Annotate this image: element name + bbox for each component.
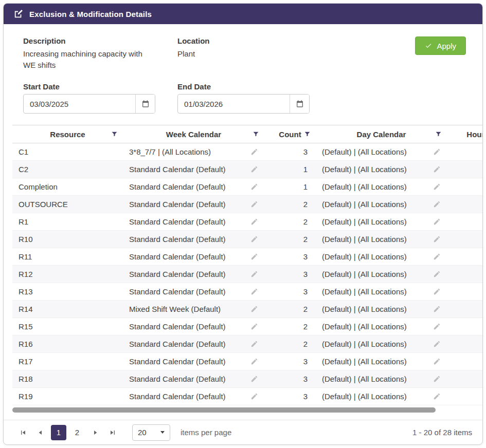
page-button-2[interactable]: 2 bbox=[69, 425, 85, 440]
hours-cell bbox=[447, 318, 482, 335]
table-row: R15 Standard Calendar (Default) 2 (Defau… bbox=[12, 318, 482, 335]
day-calendar-value: (Default) | (All Locations) bbox=[322, 322, 407, 331]
column-header-label: Resource bbox=[50, 130, 85, 139]
edit-week-calendar-icon[interactable] bbox=[246, 183, 258, 191]
edit-day-calendar-icon[interactable] bbox=[429, 323, 441, 330]
count-cell: 2 bbox=[264, 335, 316, 352]
location-value: Plant bbox=[177, 48, 332, 60]
count-cell: 3 bbox=[264, 143, 316, 160]
week-calendar-value: Standard Calendar (Default) bbox=[129, 287, 226, 296]
filter-icon[interactable] bbox=[111, 131, 118, 138]
edit-week-calendar-icon[interactable] bbox=[246, 358, 258, 365]
edit-week-calendar-icon[interactable] bbox=[246, 218, 258, 226]
first-page-button[interactable] bbox=[16, 425, 30, 440]
column-header-week-calendar[interactable]: Week Calendar bbox=[123, 125, 264, 143]
edit-day-calendar-icon[interactable] bbox=[429, 288, 441, 295]
day-calendar-value: (Default) | (All Locations) bbox=[322, 270, 407, 278]
table-row: R14 Mixed Shift Week (Default) 2 (Defaul… bbox=[12, 301, 482, 318]
table-row: C2 Standard Calendar (Default) 1 (Defaul… bbox=[12, 161, 482, 178]
day-calendar-value: (Default) | (All Locations) bbox=[322, 252, 407, 261]
week-calendar-value: Mixed Shift Week (Default) bbox=[129, 305, 221, 313]
start-date-calendar-icon[interactable] bbox=[135, 95, 155, 113]
column-header-label: Week Calendar bbox=[166, 130, 221, 139]
edit-day-calendar-icon[interactable] bbox=[429, 183, 441, 191]
edit-day-calendar-icon[interactable] bbox=[429, 148, 441, 156]
edit-week-calendar-icon[interactable] bbox=[246, 270, 258, 278]
hours-cell bbox=[447, 266, 482, 283]
grid-header-row: Resource Week Calendar Count bbox=[12, 125, 482, 143]
edit-week-calendar-icon[interactable] bbox=[246, 323, 258, 330]
edit-week-calendar-icon[interactable] bbox=[246, 165, 258, 173]
end-date-input[interactable] bbox=[178, 95, 290, 113]
edit-day-calendar-icon[interactable] bbox=[429, 218, 441, 226]
week-calendar-value: Standard Calendar (Default) bbox=[129, 235, 226, 244]
edit-day-calendar-icon[interactable] bbox=[429, 165, 441, 173]
resource-cell: R16 bbox=[12, 335, 123, 352]
column-header-count[interactable]: Count bbox=[264, 125, 316, 143]
table-row: R18 Standard Calendar (Default) 3 (Defau… bbox=[12, 370, 482, 388]
edit-week-calendar-icon[interactable] bbox=[246, 235, 258, 243]
week-calendar-cell: Standard Calendar (Default) bbox=[123, 283, 264, 300]
next-page-button[interactable] bbox=[88, 425, 102, 440]
edit-week-calendar-icon[interactable] bbox=[246, 288, 258, 295]
week-calendar-value: Standard Calendar (Default) bbox=[129, 200, 226, 209]
edit-week-calendar-icon[interactable] bbox=[246, 253, 258, 260]
week-calendar-cell: Standard Calendar (Default) bbox=[123, 370, 264, 387]
edit-week-calendar-icon[interactable] bbox=[246, 148, 258, 156]
count-cell: 2 bbox=[264, 231, 316, 248]
hours-cell bbox=[447, 178, 482, 195]
edit-day-calendar-icon[interactable] bbox=[429, 375, 441, 383]
edit-day-calendar-icon[interactable] bbox=[429, 340, 441, 348]
resource-cell: C1 bbox=[12, 143, 123, 160]
previous-page-button[interactable] bbox=[33, 425, 48, 440]
resource-cell: R13 bbox=[12, 283, 123, 300]
edit-day-calendar-icon[interactable] bbox=[429, 393, 441, 400]
column-header-resource[interactable]: Resource bbox=[12, 125, 123, 143]
chevron-down-icon bbox=[160, 431, 165, 434]
count-cell: 2 bbox=[264, 318, 316, 335]
week-calendar-cell: Standard Calendar (Default) bbox=[123, 266, 264, 283]
week-calendar-value: Standard Calendar (Default) bbox=[129, 165, 226, 174]
day-calendar-value: (Default) | (All Locations) bbox=[322, 375, 407, 383]
column-header-day-calendar[interactable]: Day Calendar bbox=[316, 125, 447, 143]
week-calendar-cell: Standard Calendar (Default) bbox=[123, 318, 264, 335]
count-cell: 1 bbox=[264, 161, 316, 178]
edit-week-calendar-icon[interactable] bbox=[246, 340, 258, 348]
panel-title: Exclusion & Modification Details bbox=[29, 10, 152, 18]
apply-button[interactable]: Apply bbox=[415, 36, 466, 55]
filter-icon[interactable] bbox=[435, 131, 442, 138]
edit-day-calendar-icon[interactable] bbox=[429, 253, 441, 260]
horizontal-scrollbar-thumb[interactable] bbox=[12, 407, 436, 413]
page-button-1[interactable]: 1 bbox=[51, 425, 66, 440]
column-header-hours[interactable]: Hours bbox=[447, 125, 482, 143]
last-page-button[interactable] bbox=[105, 425, 120, 440]
end-date-picker bbox=[177, 94, 310, 114]
end-date-calendar-icon[interactable] bbox=[290, 95, 309, 113]
edit-week-calendar-icon[interactable] bbox=[246, 305, 258, 313]
edit-week-calendar-icon[interactable] bbox=[246, 375, 258, 383]
week-calendar-cell: Standard Calendar (Default) bbox=[123, 353, 264, 370]
edit-day-calendar-icon[interactable] bbox=[429, 200, 441, 208]
hours-cell bbox=[447, 283, 482, 300]
count-cell: 3 bbox=[264, 353, 316, 370]
edit-day-calendar-icon[interactable] bbox=[429, 235, 441, 243]
hours-cell bbox=[447, 161, 482, 178]
edit-day-calendar-icon[interactable] bbox=[429, 358, 441, 365]
filter-icon[interactable] bbox=[253, 131, 259, 138]
week-calendar-value: Standard Calendar (Default) bbox=[129, 252, 226, 261]
table-body: C1 3*8_7/7 | (All Locations) 3 (Default)… bbox=[12, 143, 482, 405]
table-row: R19 Standard Calendar (Default) 3 (Defau… bbox=[12, 388, 482, 405]
week-calendar-cell: Standard Calendar (Default) bbox=[123, 161, 264, 178]
filter-icon[interactable] bbox=[304, 131, 311, 138]
edit-day-calendar-icon[interactable] bbox=[429, 270, 441, 278]
edit-day-calendar-icon[interactable] bbox=[429, 305, 441, 313]
edit-week-calendar-icon[interactable] bbox=[246, 393, 258, 400]
day-calendar-cell: (Default) | (All Locations) bbox=[316, 335, 447, 352]
page-size-dropdown[interactable]: 20 bbox=[132, 424, 170, 441]
start-date-input[interactable] bbox=[24, 95, 135, 113]
day-calendar-cell: (Default) | (All Locations) bbox=[316, 266, 447, 283]
week-calendar-cell: Standard Calendar (Default) bbox=[123, 335, 264, 352]
edit-week-calendar-icon[interactable] bbox=[246, 200, 258, 208]
count-cell: 2 bbox=[264, 196, 316, 213]
resource-cell: R14 bbox=[12, 301, 123, 318]
